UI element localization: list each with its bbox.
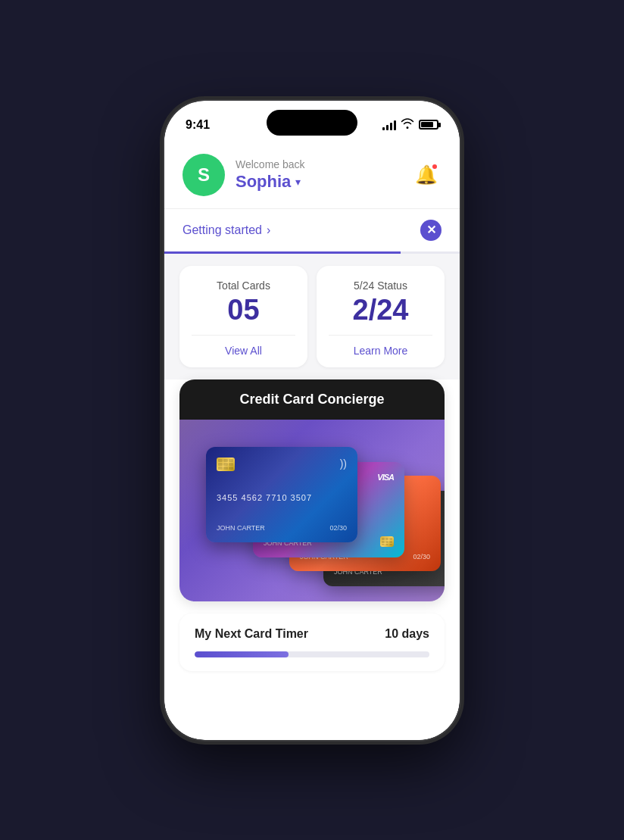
cards-stack: JOHN CARTER (206, 447, 418, 583)
purple-card-chip-2 (380, 536, 394, 547)
battery-fill (421, 122, 433, 127)
getting-started-chevron: › (267, 223, 270, 237)
timer-progress-fill (195, 651, 289, 657)
timer-days: 10 days (385, 627, 429, 641)
stats-cards-row: Total Cards 05 View All 5/24 Status 2/24… (164, 254, 460, 380)
user-name-row: Sophia ▾ (236, 172, 411, 192)
wifi-icon (401, 118, 414, 131)
signal-bars-icon (382, 120, 396, 130)
main-card-holder-name: John Carter (217, 524, 265, 532)
visa-logo: VISA (377, 473, 394, 482)
nfc-icon: )) (340, 457, 347, 470)
getting-started-link[interactable]: Getting started › (183, 223, 270, 237)
total-cards-label: Total Cards (217, 279, 270, 292)
total-cards-divider (192, 335, 295, 336)
notification-bell[interactable]: 🔔 (411, 160, 441, 190)
user-name[interactable]: Sophia (236, 172, 291, 192)
credit-card-main: )) 3455 4562 7710 3507 John Carter 02/30 (206, 447, 357, 542)
getting-started-bar[interactable]: Getting started › ✕ (164, 208, 460, 251)
concierge-card[interactable]: Credit Card Concierge (179, 379, 445, 601)
total-cards-card: Total Cards 05 View All (179, 266, 307, 368)
main-card-expiry: 02/30 (329, 524, 347, 532)
concierge-header: Credit Card Concierge (179, 379, 445, 420)
main-card-header: )) (217, 457, 347, 471)
signal-bar-4 (394, 120, 396, 130)
timer-title: My Next Card Timer (195, 627, 308, 641)
signal-bar-2 (386, 125, 388, 130)
phone-frame: 9:41 (164, 101, 460, 740)
user-dropdown-chevron[interactable]: ▾ (295, 176, 301, 188)
header: S Welcome back Sophia ▾ 🔔 (164, 139, 460, 208)
phone-screen: 9:41 (164, 101, 460, 740)
close-getting-started-button[interactable]: ✕ (420, 220, 441, 241)
avatar[interactable]: S (183, 154, 225, 196)
header-text: Welcome back Sophia ▾ (236, 158, 411, 192)
signal-bar-3 (390, 123, 392, 130)
welcome-text: Welcome back (236, 158, 411, 170)
status-time: 9:41 (186, 118, 210, 132)
battery-icon (419, 120, 438, 130)
orange-card-expiry: 02/30 (413, 553, 430, 561)
main-card-number: 3455 4562 7710 3507 (217, 493, 347, 502)
status-524-divider (329, 335, 432, 336)
concierge-title: Credit Card Concierge (239, 392, 384, 407)
dynamic-island (267, 110, 357, 136)
getting-started-label: Getting started (183, 223, 262, 237)
learn-more-button[interactable]: Learn More (354, 345, 408, 357)
status-524-value: 2/24 (353, 295, 409, 326)
timer-header: My Next Card Timer 10 days (195, 627, 429, 641)
view-all-button[interactable]: View All (225, 345, 262, 357)
timer-progress-bg (195, 651, 429, 657)
main-card-footer: John Carter 02/30 (217, 524, 347, 532)
main-content: S Welcome back Sophia ▾ 🔔 Getting starte… (164, 139, 460, 740)
main-card-chip (217, 457, 235, 471)
notification-dot (431, 163, 438, 170)
status-524-label: 5/24 Status (354, 279, 407, 292)
total-cards-value: 05 (227, 295, 259, 326)
timer-card: My Next Card Timer 10 days (179, 614, 445, 671)
signal-bar-1 (382, 127, 385, 130)
status-524-card: 5/24 Status 2/24 Learn More (317, 266, 445, 368)
status-icons (382, 118, 438, 131)
concierge-body: JOHN CARTER (179, 420, 445, 601)
